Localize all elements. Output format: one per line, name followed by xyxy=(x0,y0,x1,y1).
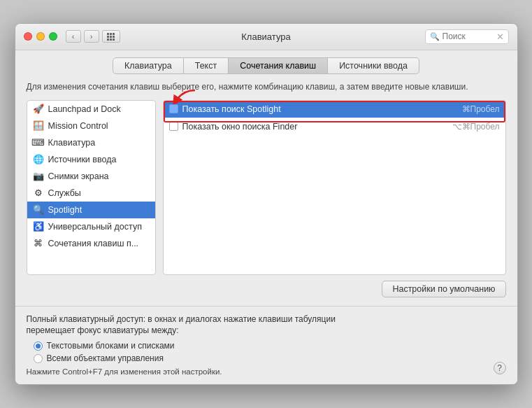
forward-button[interactable]: › xyxy=(84,30,99,43)
shortcut-spotlight-label: Показать поиск Spotlight xyxy=(182,104,458,114)
back-button[interactable]: ‹ xyxy=(66,30,81,43)
sidebar-item-input-label: Источники ввода xyxy=(48,155,117,164)
sidebar: 🚀 Launchpad и Dock 🪟 Mission Control ⌨ К… xyxy=(27,100,156,275)
input-sources-icon: 🌐 xyxy=(33,154,44,165)
hint-text: Для изменения сочетания клавиш выберите … xyxy=(27,81,506,93)
default-settings-button[interactable]: Настройки по умолчанию xyxy=(382,281,505,297)
window-title: Клавиатура xyxy=(241,31,290,42)
search-box[interactable]: 🔍 ✕ xyxy=(425,29,509,44)
sidebar-item-accessibility[interactable]: ♿ Универсальный доступ xyxy=(27,218,155,235)
tab-input-sources[interactable]: Источники ввода xyxy=(328,57,419,74)
nav-buttons: ‹ › xyxy=(66,30,99,43)
grid-icon xyxy=(107,33,115,41)
sidebar-item-launchpad[interactable]: 🚀 Launchpad и Dock xyxy=(27,101,155,118)
services-icon: ⚙ xyxy=(33,188,44,199)
shortcut-finder-label: Показать окно поиска Finder xyxy=(182,122,448,132)
tab-text[interactable]: Текст xyxy=(184,57,229,74)
titlebar: ‹ › Клавиатура 🔍 ✕ xyxy=(15,24,517,50)
shortcut-item-spotlight-search[interactable]: Показать поиск Spotlight ⌘Пробел xyxy=(164,101,505,118)
right-panel: Показать поиск Spotlight ⌘Пробел Показат… xyxy=(163,100,506,297)
mission-control-icon: 🪟 xyxy=(33,120,44,132)
sidebar-item-input-sources[interactable]: 🌐 Источники ввода xyxy=(27,151,155,168)
search-input[interactable] xyxy=(443,31,491,41)
main-content: Для изменения сочетания клавиш выберите … xyxy=(15,74,517,306)
help-icon[interactable]: ? xyxy=(494,362,506,374)
sidebar-item-services-label: Службы xyxy=(48,188,81,198)
radio-text-blocks[interactable] xyxy=(34,342,43,351)
shortcut-finder-key: ⌥⌘Пробел xyxy=(452,122,500,132)
sidebar-item-launchpad-label: Launchpad и Dock xyxy=(48,104,121,114)
launchpad-icon: 🚀 xyxy=(33,104,44,115)
minimize-button[interactable] xyxy=(36,32,45,41)
bottom-section: Полный клавиатурный доступ: в окнах и ди… xyxy=(15,306,517,385)
traffic-lights xyxy=(24,32,57,41)
sidebar-item-mission-label: Mission Control xyxy=(48,121,108,131)
sidebar-item-app-shortcuts[interactable]: ⌘ Сочетания клавиш п... xyxy=(27,235,155,252)
sidebar-item-spotlight[interactable]: 🔍 Spotlight xyxy=(27,202,155,218)
sidebar-item-app-shortcuts-label: Сочетания клавиш п... xyxy=(48,239,139,248)
shortcut-spotlight-key: ⌘Пробел xyxy=(462,104,500,114)
sidebar-item-services[interactable]: ⚙ Службы xyxy=(27,185,155,202)
sidebar-item-mission-control[interactable]: 🪟 Mission Control xyxy=(27,118,155,134)
app-shortcuts-icon: ⌘ xyxy=(33,238,44,249)
grid-button[interactable] xyxy=(102,30,120,43)
keyboard-preferences-window: ‹ › Клавиатура 🔍 ✕ Клавиатура Текст Соче… xyxy=(15,23,518,385)
radio-text-blocks-label: Текстовыми блоками и списками xyxy=(47,341,175,351)
sidebar-item-screenshots[interactable]: 📷 Снимки экрана xyxy=(27,168,155,185)
keyboard-icon: ⌨ xyxy=(33,137,44,148)
radio-all-controls-label: Всеми объектами управления xyxy=(47,353,164,363)
search-clear-icon[interactable]: ✕ xyxy=(496,31,504,42)
shortcut-item-finder-search[interactable]: Показать окно поиска Finder ⌥⌘Пробел xyxy=(164,118,505,135)
tabs-bar: Клавиатура Текст Сочетания клавиш Источн… xyxy=(15,50,517,74)
main-area: 🚀 Launchpad и Dock 🪟 Mission Control ⌨ К… xyxy=(27,100,506,297)
full-access-title: Полный клавиатурный доступ: в окнах и ди… xyxy=(27,314,506,337)
accessibility-icon: ♿ xyxy=(33,221,44,232)
radio-all-controls[interactable] xyxy=(34,354,43,363)
sidebar-item-accessibility-label: Универсальный доступ xyxy=(48,222,142,232)
maximize-button[interactable] xyxy=(49,32,57,41)
spotlight-icon: 🔍 xyxy=(33,204,44,216)
search-icon: 🔍 xyxy=(430,32,440,41)
control-note: Нажмите Control+F7 для изменения этой на… xyxy=(27,367,506,376)
radio-item-text-blocks[interactable]: Текстовыми блоками и списками xyxy=(34,341,506,351)
shortcuts-list: Показать поиск Spotlight ⌘Пробел Показат… xyxy=(163,100,506,275)
finder-search-checkbox[interactable] xyxy=(169,122,178,131)
sidebar-item-keyboard-label: Клавиатура xyxy=(48,138,96,148)
default-btn-container: Настройки по умолчанию xyxy=(163,281,506,297)
sidebar-item-keyboard[interactable]: ⌨ Клавиатура xyxy=(27,134,155,151)
sidebar-item-spotlight-label: Spotlight xyxy=(48,205,82,215)
tab-keyboard[interactable]: Клавиатура xyxy=(113,57,184,74)
screenshots-icon: 📷 xyxy=(33,171,44,182)
radio-group: Текстовыми блоками и списками Всеми объе… xyxy=(34,341,506,363)
tab-shortcuts[interactable]: Сочетания клавиш xyxy=(229,57,328,74)
radio-item-all-controls[interactable]: Всеми объектами управления xyxy=(34,353,506,363)
close-button[interactable] xyxy=(24,32,32,41)
red-arrow xyxy=(168,89,196,106)
sidebar-item-screenshots-label: Снимки экрана xyxy=(48,171,109,181)
